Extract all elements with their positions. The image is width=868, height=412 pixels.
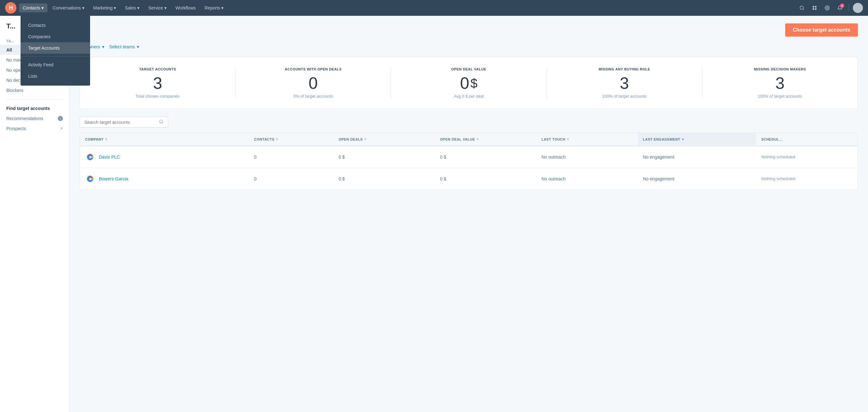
nav-items: Contacts ▾ Conversations ▾ Marketing ▾ S… [19,3,797,12]
td-last-touch-davis: No outreach [536,149,638,165]
td-last-touch-bowers: No outreach [536,170,638,187]
company-name-bowers[interactable]: Bowers-Garcia [99,176,128,181]
nav-item-service[interactable]: Service ▾ [145,3,170,12]
th-contacts[interactable]: CONTACTS ⇅ [249,133,334,146]
nav-item-marketing[interactable]: Marketing ▾ [89,3,120,12]
stat-open-deal-value: OPEN DEAL VALUE 0 $ Avg 0 $ per deal [391,67,547,99]
stat-accounts-open-deals: ACCOUNTS WITH OPEN DEALS 0 0% of target … [236,67,391,99]
dropdown-item-activity-feed[interactable]: Activity Feed [21,59,90,70]
th-scheduled: SCHEDUL... [756,133,858,146]
svg-line-10 [162,123,163,124]
sidebar-item-blockers[interactable]: Blockers [0,85,69,95]
svg-point-8 [827,7,828,8]
td-last-engagement-davis: No engagement [638,149,756,165]
nav-item-workflows[interactable]: Workflows [172,3,199,12]
sort-icon-open-deal-value: ⇅ [476,138,479,141]
svg-point-2 [800,6,804,9]
dropdown-item-contacts[interactable]: Contacts [21,20,90,31]
dropdown-divider [21,56,90,57]
nav-item-contacts[interactable]: Contacts ▾ [19,3,48,12]
td-scheduled-davis: Nothing scheduled [756,149,858,165]
search-box [80,117,168,128]
svg-point-14 [89,154,91,156]
th-open-deal-value[interactable]: OPEN DEAL VALUE ⇅ [435,133,536,146]
stat-missing-buying-role: MISSING ANY BUYING ROLE 3 100% of target… [547,67,702,99]
sort-icon-company: ⇅ [105,138,108,141]
sidebar-item-recommendations[interactable]: Recommendations i [0,114,69,124]
search-input[interactable] [84,120,156,125]
marketplace-button[interactable] [809,3,819,13]
sidebar-item-prospects[interactable]: Prospects ↗ [0,124,69,134]
data-table: COMPANY ⇅ CONTACTS ⇅ OPEN DEALS ⇅ OPEN D… [80,133,858,190]
sort-icon-last-touch: ⇅ [567,138,569,141]
notification-count: 2 [840,3,844,8]
filters-row: All owners ▾ Select teams ▾ [80,43,858,51]
th-last-engagement[interactable]: LAST ENGAGEMENT ▼ [638,133,756,146]
dropdown-item-target-accounts[interactable]: Target Accounts [21,42,90,54]
td-contacts-davis: 0 [249,149,334,165]
settings-button[interactable] [822,3,832,13]
scheduled-text-bowers: Nothing scheduled [761,176,852,182]
stat-target-accounts: TARGET ACCOUNTS 3 Total chosen companies [80,67,236,99]
dropdown-item-lists[interactable]: Lists [21,70,90,82]
svg-rect-5 [815,6,816,8]
th-last-touch[interactable]: LAST TOUCH ⇅ [536,133,638,146]
sidebar-find-label: Find target accounts [0,103,69,114]
table-row: Davis PLC 0 0 $ 0 $ No outreach No engag… [80,146,858,168]
td-open-deals-bowers: 0 $ [334,170,435,187]
choose-target-accounts-button[interactable]: Choose target accounts [785,23,858,37]
company-logo-bowers [85,174,95,184]
svg-line-3 [803,9,804,10]
notifications-button[interactable]: 2 [835,3,845,13]
nav-item-reports[interactable]: Reports ▾ [201,3,227,12]
company-name-davis[interactable]: Davis PLC [99,155,120,160]
page-header: Choose target accounts [80,23,858,37]
svg-point-16 [87,178,89,180]
external-link-icon: ↗ [60,126,63,131]
stat-missing-decision-makers: MISSING DECISION MAKERS 3 100% of target… [702,67,858,99]
svg-rect-6 [813,8,814,10]
top-navigation: H Contacts ▾ Conversations ▾ Marketing ▾… [0,0,868,16]
company-logo-davis [85,152,95,162]
svg-point-12 [87,156,89,158]
search-row [80,117,858,128]
svg-point-9 [160,120,162,123]
scheduled-text-davis: Nothing scheduled [761,155,852,160]
svg-point-17 [91,178,93,180]
nav-divider [849,4,849,12]
svg-rect-7 [815,8,816,10]
td-contacts-bowers: 0 [249,170,334,187]
td-scheduled-bowers: Nothing scheduled [756,170,858,187]
table-row: Bowers-Garcia 0 0 $ 0 $ No outreach No e… [80,168,858,190]
user-avatar[interactable] [853,3,863,13]
page-wrapper: T... Ta... All No meetings No open deals… [0,16,868,412]
sort-icon-open-deals: ⇅ [364,138,367,141]
td-open-deal-value-bowers: 0 $ [435,170,536,187]
info-icon: i [58,116,63,121]
contacts-dropdown: Contacts Companies Target Accounts Activ… [21,16,90,86]
hubspot-logo[interactable]: H [5,2,17,13]
select-teams-filter[interactable]: Select teams ▾ [110,43,139,51]
td-open-deals-davis: 0 $ [334,149,435,165]
sidebar-divider [6,99,63,99]
sort-icon-contacts: ⇅ [276,138,278,141]
dropdown-item-companies[interactable]: Companies [21,31,90,42]
th-open-deals[interactable]: OPEN DEALS ⇅ [334,133,435,146]
td-open-deal-value-davis: 0 $ [435,149,536,165]
search-button[interactable] [797,3,807,13]
table-header: COMPANY ⇅ CONTACTS ⇅ OPEN DEALS ⇅ OPEN D… [80,133,858,146]
main-content: Choose target accounts All owners ▾ Sele… [69,16,868,412]
nav-item-sales[interactable]: Sales ▾ [121,3,143,12]
sort-icon-last-engagement: ▼ [682,138,684,141]
stats-panel: TARGET ACCOUNTS 3 Total chosen companies… [80,57,858,109]
th-company[interactable]: COMPANY ⇅ [80,133,249,146]
td-company-bowers: Bowers-Garcia [80,168,249,190]
td-company-davis: Davis PLC [80,146,249,168]
svg-point-18 [89,176,91,178]
svg-text:H: H [9,5,13,11]
nav-item-conversations[interactable]: Conversations ▾ [49,3,88,12]
svg-point-13 [91,156,93,158]
nav-right: 2 [797,3,863,13]
td-last-engagement-bowers: No engagement [638,170,756,187]
svg-rect-4 [813,6,814,8]
